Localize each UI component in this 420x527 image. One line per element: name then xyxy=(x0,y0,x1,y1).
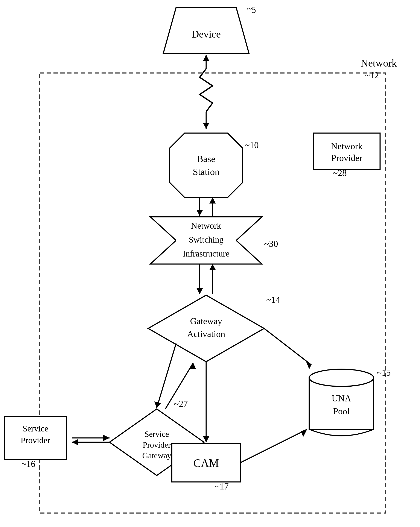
cam-to-una-arrow xyxy=(301,429,307,437)
cam-ref: ~17 xyxy=(215,482,229,491)
ga-ref: ~14 xyxy=(266,295,280,305)
spg-label1: Service xyxy=(144,429,169,439)
base-station-label2: Station xyxy=(193,166,220,177)
sp-label1: Service xyxy=(22,424,48,433)
sp-ref: ~16 xyxy=(22,459,35,469)
una-pool-bottom xyxy=(309,429,374,436)
network-provider-label2: Provider xyxy=(331,153,363,163)
arrow-up-head xyxy=(203,55,209,61)
base-station-ref: ~10 xyxy=(245,140,259,150)
base-station-label1: Base xyxy=(197,154,215,164)
network-provider-ref: ~28 xyxy=(333,168,347,178)
device-label: Device xyxy=(191,28,221,40)
spg-to-sp-arrow xyxy=(72,439,78,445)
una-pool-label1: UNA xyxy=(332,394,352,403)
network-provider-box xyxy=(313,133,380,170)
nsi-to-ga-arrow xyxy=(197,288,203,294)
ga-to-cam-arrow xyxy=(203,436,209,442)
nsi-label2: Switching xyxy=(189,235,223,244)
una-pool-label2: Pool xyxy=(333,406,350,416)
nsi-label1: Network xyxy=(191,221,221,231)
una-pool-ref: ~15 xyxy=(377,368,391,378)
base-station-shape xyxy=(170,133,243,198)
network-ref: ~12 xyxy=(365,70,379,80)
wireless-symbol xyxy=(200,69,213,112)
sp-label2: Provider xyxy=(21,436,50,445)
nsi-to-bs-arrow xyxy=(209,198,216,204)
network-provider-label1: Network xyxy=(331,141,363,151)
device-ref-tilde: ~ xyxy=(247,3,252,14)
network-label: Network xyxy=(361,57,397,69)
una-pool-top xyxy=(309,369,374,386)
ga-to-spg-arrow xyxy=(154,401,161,408)
diagram-container: Network ~12 Device 5 ~ Base Station ~10 … xyxy=(0,0,420,527)
svg-line-11 xyxy=(241,429,307,463)
nsi-label3: Infrastructure xyxy=(183,249,230,258)
gateway-activation-shape xyxy=(148,295,264,362)
ga-label1: Gateway xyxy=(190,316,222,326)
spg-label3: Gateway xyxy=(142,451,171,460)
cam-label: CAM xyxy=(193,457,219,469)
ga-label2: Activation xyxy=(187,329,225,339)
main-svg: Network ~12 Device 5 ~ Base Station ~10 … xyxy=(0,0,420,527)
nsi-ref: ~30 xyxy=(264,239,278,249)
ga-to-nsi-arrow xyxy=(209,264,216,270)
sp-to-spg-arrow xyxy=(103,435,110,441)
spg-ref: ~27 xyxy=(174,399,188,409)
bs-to-nsi-arrow xyxy=(197,210,203,216)
svg-line-8 xyxy=(264,329,311,365)
svg-line-6 xyxy=(157,343,176,408)
spg-label2: Provider xyxy=(143,440,171,449)
arrow-down-head1 xyxy=(203,123,209,129)
